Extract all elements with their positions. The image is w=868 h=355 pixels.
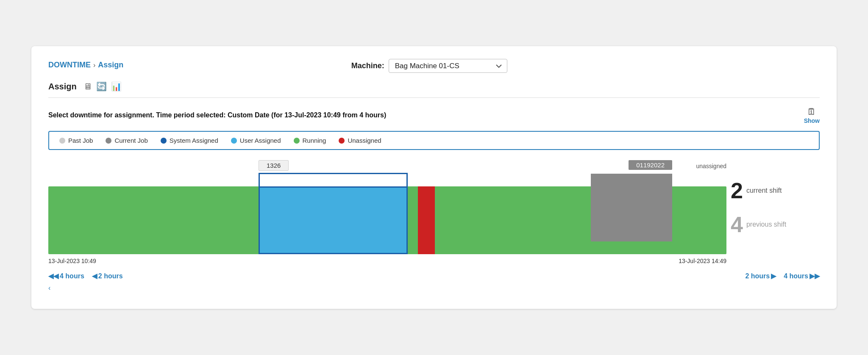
main-bar[interactable]	[48, 186, 726, 254]
navigation-row: ◀◀ 4 hours ◀ 2 hours 2 hours ▶ 4 hours ▶…	[48, 272, 820, 280]
breadcrumb: DOWNTIME › Assign	[48, 61, 123, 69]
machine-selector-row: Machine: Bag Machine 01-CS Bag Machine 0…	[351, 59, 507, 73]
fwd-2h-label: 2 hours	[745, 272, 770, 280]
info-row: Select downtime for assignment. Time per…	[48, 106, 820, 124]
nav-back-4h[interactable]: ◀◀ 4 hours	[48, 272, 84, 280]
legend-current-job: Current Job	[106, 137, 147, 144]
toolbar: Assign 🖥 🔄 📊	[48, 81, 820, 98]
back-2h-label: 2 hours	[98, 272, 123, 280]
shift-labels: 2 current shift 4 previous shift	[731, 174, 820, 241]
nav-back-2h[interactable]: ◀ 2 hours	[92, 272, 123, 280]
legend-running: Running	[294, 137, 326, 144]
legend-label-running: Running	[303, 137, 326, 144]
timestamp-right: 13-Jul-2023 14:49	[679, 258, 726, 264]
legend-label-user-assigned: User Assigned	[240, 137, 281, 144]
segment-unassigned[interactable]	[418, 186, 435, 254]
legend-unassigned: Unassigned	[339, 137, 381, 144]
legend: Past Job Current Job System Assigned Use…	[48, 131, 820, 150]
current-shift-number: 2	[731, 180, 743, 202]
breadcrumb-assign[interactable]: Assign	[98, 61, 123, 69]
legend-user-assigned: User Assigned	[231, 137, 281, 144]
legend-label-current-job: Current Job	[114, 137, 147, 144]
timestamp-left: 13-Jul-2023 10:49	[48, 258, 96, 264]
current-shift-row: 2 current shift	[731, 180, 820, 202]
bar-labels-row: 1326 01192022 unassigned	[48, 160, 726, 174]
machine-dropdown[interactable]: Bag Machine 01-CS Bag Machine 02-CS Bag …	[389, 59, 507, 73]
timeline-area: 1326 01192022 unassigned 13-Jul-2023 10:…	[48, 160, 820, 264]
nav-fwd-4h[interactable]: 4 hours ▶▶	[784, 272, 820, 280]
bar-label-right: 01192022	[629, 160, 672, 170]
info-text: Select downtime for assignment. Time per…	[48, 111, 386, 119]
bar-label-unassigned: unassigned	[696, 163, 726, 169]
fwd-4h-label: 4 hours	[784, 272, 808, 280]
nav-left: ◀◀ 4 hours ◀ 2 hours	[48, 272, 123, 280]
toolbar-title: Assign	[48, 82, 77, 92]
main-card: DOWNTIME › Assign Machine: Bag Machine 0…	[31, 46, 837, 309]
legend-dot-user-assigned	[231, 138, 237, 144]
legend-past-job: Past Job	[59, 137, 93, 144]
legend-dot-system-assigned	[161, 138, 167, 144]
back-4h-label: 4 hours	[60, 272, 84, 280]
legend-label-system-assigned: System Assigned	[170, 137, 218, 144]
bottom-collapse-arrow[interactable]: ‹	[48, 284, 820, 292]
machine-label: Machine:	[351, 61, 384, 70]
toolbar-icon-refresh[interactable]: 🔄	[96, 81, 107, 92]
show-icon: 🗓	[807, 106, 816, 117]
previous-shift-number: 4	[731, 214, 743, 236]
segment-user-assigned[interactable]	[259, 186, 408, 254]
breadcrumb-downtime[interactable]: DOWNTIME	[48, 61, 91, 69]
toolbar-icon-export[interactable]: 📊	[111, 81, 122, 92]
segment-gray-job[interactable]	[591, 174, 672, 241]
back-2h-arrow: ◀	[92, 272, 97, 280]
fwd-4h-arrow: ▶▶	[810, 272, 820, 280]
back-4h-arrow: ◀◀	[48, 272, 58, 280]
legend-label-past-job: Past Job	[68, 137, 93, 144]
fwd-2h-arrow: ▶	[771, 272, 776, 280]
show-button[interactable]: 🗓 Show	[804, 106, 820, 124]
legend-dot-current-job	[106, 138, 111, 144]
legend-system-assigned: System Assigned	[161, 137, 218, 144]
toolbar-icon-screen[interactable]: 🖥	[83, 82, 92, 92]
current-shift-label: current shift	[746, 187, 782, 194]
legend-label-unassigned: Unassigned	[348, 137, 381, 144]
legend-dot-past-job	[59, 138, 65, 144]
nav-right: 2 hours ▶ 4 hours ▶▶	[745, 272, 820, 280]
show-label: Show	[804, 117, 820, 124]
bar-label-center: 1326	[259, 160, 289, 171]
nav-fwd-2h[interactable]: 2 hours ▶	[745, 272, 776, 280]
legend-dot-unassigned	[339, 138, 345, 144]
previous-shift-label: previous shift	[746, 221, 786, 228]
timestamps-row: 13-Jul-2023 10:49 13-Jul-2023 14:49	[48, 258, 726, 264]
previous-shift-row: 4 previous shift	[731, 214, 820, 236]
breadcrumb-separator: ›	[93, 61, 95, 69]
legend-dot-running	[294, 138, 300, 144]
